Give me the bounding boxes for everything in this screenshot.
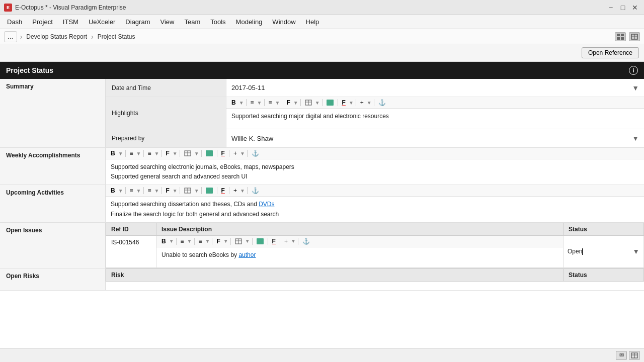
breadcrumb-icon-1[interactable] xyxy=(615,32,626,41)
ua-anchor-button[interactable]: ⚓ xyxy=(250,187,261,195)
issue-table-button[interactable] xyxy=(233,238,244,245)
ua-image-button[interactable] xyxy=(204,187,215,194)
menu-tools[interactable]: Tools xyxy=(205,16,230,28)
align-button[interactable]: ≡ xyxy=(249,99,256,107)
menu-window[interactable]: Window xyxy=(267,16,300,28)
author-link[interactable]: author xyxy=(238,251,256,258)
menu-uexceler[interactable]: UeXceler xyxy=(84,16,120,28)
upcoming-activities-text[interactable]: Supported searching dissertation and the… xyxy=(106,197,644,222)
sep3 xyxy=(282,99,282,106)
menu-team[interactable]: Team xyxy=(179,16,205,28)
menu-view[interactable]: View xyxy=(155,16,179,28)
open-reference-button[interactable]: Open Reference xyxy=(582,47,639,58)
ua-table-button[interactable] xyxy=(182,187,193,194)
ua-table-arrow[interactable]: ▼ xyxy=(194,188,199,194)
issue-list-arrow[interactable]: ▼ xyxy=(205,238,210,244)
menu-dash[interactable]: Dash xyxy=(2,16,27,28)
prepared-by-value[interactable]: Willie K. Shaw ▼ xyxy=(226,129,644,147)
breadcrumb-item-1[interactable]: Develop Status Report xyxy=(23,32,90,41)
breadcrumb-icon-2[interactable] xyxy=(629,32,640,41)
wa-plus-arrow[interactable]: ▼ xyxy=(240,151,245,156)
wa-font-button[interactable]: F xyxy=(164,149,171,157)
ua-plus-button[interactable]: + xyxy=(231,187,239,195)
issue-font-arrow[interactable]: ▼ xyxy=(223,238,228,244)
ua-font-button[interactable]: F xyxy=(164,187,171,195)
anchor-button[interactable]: ⚓ xyxy=(376,99,388,107)
menu-help[interactable]: Help xyxy=(301,16,325,28)
table-arrow[interactable]: ▼ xyxy=(315,100,320,106)
table-icon xyxy=(631,34,638,40)
table-button[interactable] xyxy=(303,99,314,106)
issue-plus-arrow[interactable]: ▼ xyxy=(291,238,296,244)
wa-line-2: Supported general search and advanced se… xyxy=(111,172,639,182)
issue-font-color-button[interactable]: F xyxy=(270,237,278,245)
font-arrow[interactable]: ▼ xyxy=(293,100,298,106)
export-table-icon[interactable] xyxy=(629,351,640,360)
wa-bold-arrow[interactable]: ▼ xyxy=(118,151,123,156)
wa-list-arrow[interactable]: ▼ xyxy=(154,151,159,156)
font-color-arrow[interactable]: ▼ xyxy=(349,100,354,106)
menu-project[interactable]: Project xyxy=(27,16,57,28)
issue-align-arrow[interactable]: ▼ xyxy=(187,238,192,244)
wa-align-button[interactable]: ≡ xyxy=(128,149,135,157)
issue-table-arrow[interactable]: ▼ xyxy=(245,238,250,244)
highlights-text[interactable]: Supported searching major digital and el… xyxy=(226,109,644,129)
wa-sep5 xyxy=(201,150,202,157)
issue-align-button[interactable]: ≡ xyxy=(179,237,186,245)
issue-image-button[interactable] xyxy=(255,238,266,245)
menu-modeling[interactable]: Modeling xyxy=(231,16,268,28)
issue-bold-button[interactable]: B xyxy=(159,237,168,245)
wa-bold-button[interactable]: B xyxy=(109,149,117,157)
maximize-button[interactable]: □ xyxy=(618,3,628,13)
ua-list-arrow[interactable]: ▼ xyxy=(154,188,159,194)
bold-button[interactable]: B xyxy=(229,99,238,107)
wa-list-button[interactable]: ≡ xyxy=(146,149,153,157)
minimize-button[interactable]: − xyxy=(606,3,616,13)
ua-font-color-button[interactable]: F xyxy=(219,187,227,195)
close-button[interactable]: ✕ xyxy=(630,3,640,13)
wa-font-color-button[interactable]: F xyxy=(219,149,227,157)
ua-align-button[interactable]: ≡ xyxy=(128,187,135,195)
issue-list-button[interactable]: ≡ xyxy=(197,237,204,245)
weekly-accomplishments-text[interactable]: Supported searching electronic journals,… xyxy=(106,159,644,185)
bold-arrow[interactable]: ▼ xyxy=(239,100,244,106)
ua-bold-arrow[interactable]: ▼ xyxy=(118,188,123,194)
breadcrumb-more[interactable]: ... xyxy=(4,31,17,42)
breadcrumb-item-2[interactable]: Project Status xyxy=(95,32,138,41)
issue-anchor-button[interactable]: ⚓ xyxy=(300,237,312,245)
ua-font-arrow[interactable]: ▼ xyxy=(173,188,178,194)
issue-bold-arrow[interactable]: ▼ xyxy=(169,238,174,244)
ua-bold-button[interactable]: B xyxy=(109,187,117,195)
wa-table-arrow[interactable]: ▼ xyxy=(194,151,199,156)
col-status: Status xyxy=(564,223,644,235)
wa-anchor-button[interactable]: ⚓ xyxy=(250,149,261,157)
ua-list-button[interactable]: ≡ xyxy=(146,187,153,195)
insert-plus-button[interactable]: + xyxy=(358,99,366,107)
issue-status-arrow[interactable]: ▼ xyxy=(632,247,639,255)
wa-plus-button[interactable]: + xyxy=(231,149,239,157)
list-arrow[interactable]: ▼ xyxy=(275,100,280,106)
dvds-link[interactable]: DVDs xyxy=(259,201,274,208)
issue-desc-text[interactable]: Unable to search eBooks by author xyxy=(156,247,563,267)
wa-font-arrow[interactable]: ▼ xyxy=(173,151,178,156)
menu-diagram[interactable]: Diagram xyxy=(120,16,155,28)
plus-arrow[interactable]: ▼ xyxy=(367,100,372,106)
wa-image-button[interactable] xyxy=(204,150,215,157)
align-arrow[interactable]: ▼ xyxy=(257,100,262,106)
wa-align-arrow[interactable]: ▼ xyxy=(136,151,141,156)
menu-itsm[interactable]: ITSM xyxy=(58,16,84,28)
wa-sep6 xyxy=(217,150,217,157)
image-button[interactable] xyxy=(325,99,336,106)
wa-table-button[interactable] xyxy=(182,150,193,157)
issue-status-text[interactable]: Open xyxy=(568,248,583,255)
font-color-button[interactable]: F xyxy=(340,99,348,107)
ua-plus-arrow[interactable]: ▼ xyxy=(240,188,245,194)
font-button[interactable]: F xyxy=(284,99,292,107)
email-icon[interactable]: ✉ xyxy=(616,351,627,360)
issue-plus-button[interactable]: + xyxy=(282,237,290,245)
issue-font-button[interactable]: F xyxy=(214,237,222,245)
list-button[interactable]: ≡ xyxy=(267,99,274,107)
ua-align-arrow[interactable]: ▼ xyxy=(136,188,141,194)
section-info-icon[interactable]: i xyxy=(629,66,638,75)
date-time-value[interactable]: 2017-05-11 ▼ xyxy=(226,79,644,97)
